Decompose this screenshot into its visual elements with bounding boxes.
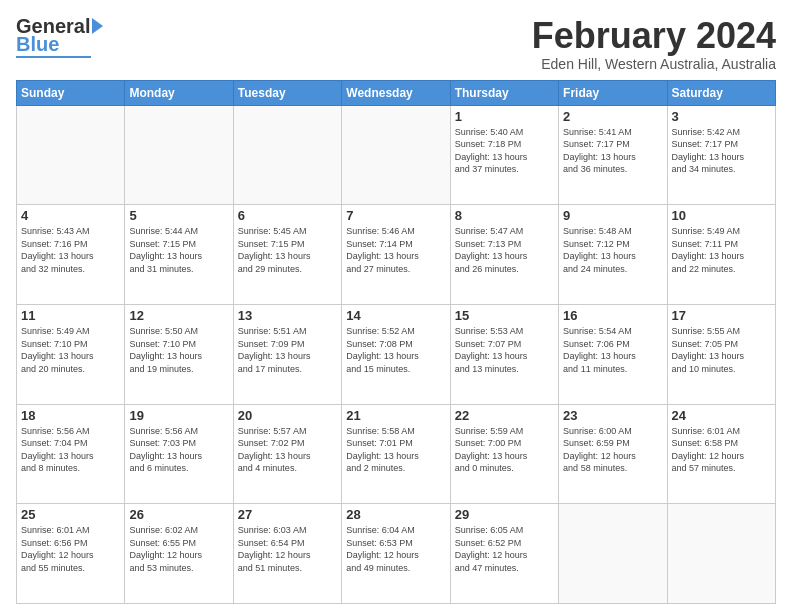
table-row: 21Sunrise: 5:58 AM Sunset: 7:01 PM Dayli… xyxy=(342,404,450,504)
table-row: 6Sunrise: 5:45 AM Sunset: 7:15 PM Daylig… xyxy=(233,205,341,305)
day-number: 20 xyxy=(238,408,337,423)
day-number: 16 xyxy=(563,308,662,323)
day-info: Sunrise: 6:01 AM Sunset: 6:56 PM Dayligh… xyxy=(21,524,120,574)
main-title: February 2024 xyxy=(532,16,776,56)
day-info: Sunrise: 6:00 AM Sunset: 6:59 PM Dayligh… xyxy=(563,425,662,475)
day-number: 25 xyxy=(21,507,120,522)
day-info: Sunrise: 5:59 AM Sunset: 7:00 PM Dayligh… xyxy=(455,425,554,475)
calendar-week-row: 1Sunrise: 5:40 AM Sunset: 7:18 PM Daylig… xyxy=(17,105,776,205)
day-number: 5 xyxy=(129,208,228,223)
table-row xyxy=(17,105,125,205)
table-row: 7Sunrise: 5:46 AM Sunset: 7:14 PM Daylig… xyxy=(342,205,450,305)
table-row: 1Sunrise: 5:40 AM Sunset: 7:18 PM Daylig… xyxy=(450,105,558,205)
table-row: 13Sunrise: 5:51 AM Sunset: 7:09 PM Dayli… xyxy=(233,304,341,404)
day-number: 19 xyxy=(129,408,228,423)
table-row: 27Sunrise: 6:03 AM Sunset: 6:54 PM Dayli… xyxy=(233,504,341,604)
day-number: 24 xyxy=(672,408,771,423)
table-row: 5Sunrise: 5:44 AM Sunset: 7:15 PM Daylig… xyxy=(125,205,233,305)
calendar-week-row: 11Sunrise: 5:49 AM Sunset: 7:10 PM Dayli… xyxy=(17,304,776,404)
header-wednesday: Wednesday xyxy=(342,80,450,105)
day-number: 2 xyxy=(563,109,662,124)
day-number: 22 xyxy=(455,408,554,423)
table-row xyxy=(233,105,341,205)
day-info: Sunrise: 5:49 AM Sunset: 7:11 PM Dayligh… xyxy=(672,225,771,275)
day-info: Sunrise: 5:49 AM Sunset: 7:10 PM Dayligh… xyxy=(21,325,120,375)
table-row: 25Sunrise: 6:01 AM Sunset: 6:56 PM Dayli… xyxy=(17,504,125,604)
day-info: Sunrise: 6:04 AM Sunset: 6:53 PM Dayligh… xyxy=(346,524,445,574)
day-info: Sunrise: 5:53 AM Sunset: 7:07 PM Dayligh… xyxy=(455,325,554,375)
table-row: 3Sunrise: 5:42 AM Sunset: 7:17 PM Daylig… xyxy=(667,105,775,205)
table-row: 8Sunrise: 5:47 AM Sunset: 7:13 PM Daylig… xyxy=(450,205,558,305)
table-row xyxy=(559,504,667,604)
day-info: Sunrise: 5:40 AM Sunset: 7:18 PM Dayligh… xyxy=(455,126,554,176)
day-number: 15 xyxy=(455,308,554,323)
day-number: 14 xyxy=(346,308,445,323)
table-row: 26Sunrise: 6:02 AM Sunset: 6:55 PM Dayli… xyxy=(125,504,233,604)
day-info: Sunrise: 6:05 AM Sunset: 6:52 PM Dayligh… xyxy=(455,524,554,574)
day-info: Sunrise: 5:50 AM Sunset: 7:10 PM Dayligh… xyxy=(129,325,228,375)
day-number: 9 xyxy=(563,208,662,223)
weekday-header-row: Sunday Monday Tuesday Wednesday Thursday… xyxy=(17,80,776,105)
header-monday: Monday xyxy=(125,80,233,105)
calendar-week-row: 18Sunrise: 5:56 AM Sunset: 7:04 PM Dayli… xyxy=(17,404,776,504)
day-info: Sunrise: 6:01 AM Sunset: 6:58 PM Dayligh… xyxy=(672,425,771,475)
table-row: 11Sunrise: 5:49 AM Sunset: 7:10 PM Dayli… xyxy=(17,304,125,404)
table-row: 23Sunrise: 6:00 AM Sunset: 6:59 PM Dayli… xyxy=(559,404,667,504)
header-sunday: Sunday xyxy=(17,80,125,105)
day-info: Sunrise: 5:56 AM Sunset: 7:03 PM Dayligh… xyxy=(129,425,228,475)
day-number: 28 xyxy=(346,507,445,522)
table-row: 12Sunrise: 5:50 AM Sunset: 7:10 PM Dayli… xyxy=(125,304,233,404)
day-info: Sunrise: 5:48 AM Sunset: 7:12 PM Dayligh… xyxy=(563,225,662,275)
calendar-week-row: 25Sunrise: 6:01 AM Sunset: 6:56 PM Dayli… xyxy=(17,504,776,604)
table-row: 18Sunrise: 5:56 AM Sunset: 7:04 PM Dayli… xyxy=(17,404,125,504)
day-number: 13 xyxy=(238,308,337,323)
day-number: 17 xyxy=(672,308,771,323)
header-saturday: Saturday xyxy=(667,80,775,105)
calendar-table: Sunday Monday Tuesday Wednesday Thursday… xyxy=(16,80,776,604)
day-number: 23 xyxy=(563,408,662,423)
day-info: Sunrise: 5:57 AM Sunset: 7:02 PM Dayligh… xyxy=(238,425,337,475)
table-row: 10Sunrise: 5:49 AM Sunset: 7:11 PM Dayli… xyxy=(667,205,775,305)
day-number: 11 xyxy=(21,308,120,323)
day-info: Sunrise: 6:02 AM Sunset: 6:55 PM Dayligh… xyxy=(129,524,228,574)
title-block: February 2024 Eden Hill, Western Austral… xyxy=(532,16,776,72)
day-info: Sunrise: 5:58 AM Sunset: 7:01 PM Dayligh… xyxy=(346,425,445,475)
table-row xyxy=(342,105,450,205)
calendar-page: General Blue February 2024 Eden Hill, We… xyxy=(0,0,792,612)
day-info: Sunrise: 5:47 AM Sunset: 7:13 PM Dayligh… xyxy=(455,225,554,275)
day-info: Sunrise: 5:44 AM Sunset: 7:15 PM Dayligh… xyxy=(129,225,228,275)
day-number: 27 xyxy=(238,507,337,522)
header-friday: Friday xyxy=(559,80,667,105)
table-row: 19Sunrise: 5:56 AM Sunset: 7:03 PM Dayli… xyxy=(125,404,233,504)
day-info: Sunrise: 6:03 AM Sunset: 6:54 PM Dayligh… xyxy=(238,524,337,574)
header-tuesday: Tuesday xyxy=(233,80,341,105)
day-info: Sunrise: 5:55 AM Sunset: 7:05 PM Dayligh… xyxy=(672,325,771,375)
header-thursday: Thursday xyxy=(450,80,558,105)
day-number: 18 xyxy=(21,408,120,423)
table-row: 20Sunrise: 5:57 AM Sunset: 7:02 PM Dayli… xyxy=(233,404,341,504)
calendar-week-row: 4Sunrise: 5:43 AM Sunset: 7:16 PM Daylig… xyxy=(17,205,776,305)
day-number: 1 xyxy=(455,109,554,124)
table-row: 2Sunrise: 5:41 AM Sunset: 7:17 PM Daylig… xyxy=(559,105,667,205)
table-row: 16Sunrise: 5:54 AM Sunset: 7:06 PM Dayli… xyxy=(559,304,667,404)
table-row: 17Sunrise: 5:55 AM Sunset: 7:05 PM Dayli… xyxy=(667,304,775,404)
day-info: Sunrise: 5:51 AM Sunset: 7:09 PM Dayligh… xyxy=(238,325,337,375)
table-row: 28Sunrise: 6:04 AM Sunset: 6:53 PM Dayli… xyxy=(342,504,450,604)
day-info: Sunrise: 5:41 AM Sunset: 7:17 PM Dayligh… xyxy=(563,126,662,176)
day-number: 8 xyxy=(455,208,554,223)
day-number: 6 xyxy=(238,208,337,223)
day-number: 21 xyxy=(346,408,445,423)
logo-arrow-icon xyxy=(92,18,103,34)
day-number: 26 xyxy=(129,507,228,522)
subtitle: Eden Hill, Western Australia, Australia xyxy=(532,56,776,72)
day-info: Sunrise: 5:45 AM Sunset: 7:15 PM Dayligh… xyxy=(238,225,337,275)
table-row: 24Sunrise: 6:01 AM Sunset: 6:58 PM Dayli… xyxy=(667,404,775,504)
day-info: Sunrise: 5:56 AM Sunset: 7:04 PM Dayligh… xyxy=(21,425,120,475)
day-info: Sunrise: 5:54 AM Sunset: 7:06 PM Dayligh… xyxy=(563,325,662,375)
day-info: Sunrise: 5:43 AM Sunset: 7:16 PM Dayligh… xyxy=(21,225,120,275)
logo: General Blue xyxy=(16,16,103,58)
table-row: 29Sunrise: 6:05 AM Sunset: 6:52 PM Dayli… xyxy=(450,504,558,604)
table-row: 14Sunrise: 5:52 AM Sunset: 7:08 PM Dayli… xyxy=(342,304,450,404)
day-number: 7 xyxy=(346,208,445,223)
table-row: 15Sunrise: 5:53 AM Sunset: 7:07 PM Dayli… xyxy=(450,304,558,404)
